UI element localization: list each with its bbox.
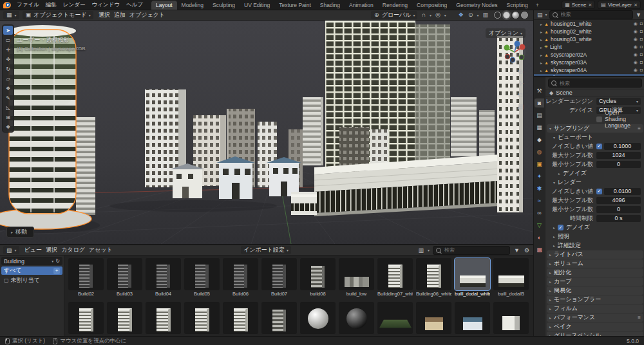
- number-field[interactable]: 4096: [596, 197, 641, 204]
- disclosure-icon[interactable]: ▸: [540, 30, 542, 34]
- box-select-tool[interactable]: ▭: [3, 35, 13, 44]
- asset-item[interactable]: Building06_white: [416, 258, 451, 297]
- workspace-tab[interactable]: Compositing: [412, 1, 451, 10]
- settings-gear-icon[interactable]: ⚙: [524, 247, 530, 254]
- outliner-item[interactable]: ▸✳Light◉◘: [534, 43, 644, 51]
- asset-item[interactable]: Buildding02_white: [68, 302, 104, 338]
- outliner-item[interactable]: ▸▲housing03_white◉◘: [534, 35, 644, 43]
- ortho-toggle-icon[interactable]: ▦: [518, 103, 524, 110]
- asset-item[interactable]: buill_dodal_white: [455, 258, 490, 297]
- scale-tool[interactable]: ▱: [3, 74, 13, 83]
- navigation-gizmo[interactable]: [502, 40, 527, 66]
- options-dropdown[interactable]: オプション ▾: [486, 28, 526, 38]
- menubar-item[interactable]: ファイル: [14, 0, 43, 10]
- material-shading-icon[interactable]: [512, 12, 519, 19]
- asset-menu-item[interactable]: 選択: [44, 246, 59, 254]
- workspace-tab[interactable]: Shading: [316, 1, 345, 10]
- pan-icon[interactable]: ✛: [518, 80, 524, 87]
- checkbox[interactable]: [596, 117, 602, 122]
- blender-logo-icon[interactable]: [3, 2, 11, 8]
- number-field[interactable]: 1024: [596, 152, 641, 159]
- object-properties-tab[interactable]: ▣: [535, 160, 544, 169]
- snap-dropdown-icon[interactable]: ▾: [430, 13, 431, 17]
- workspace-tab[interactable]: UV Editing: [240, 1, 274, 10]
- viewport-menu-item[interactable]: 選択: [97, 11, 112, 19]
- filter-icon[interactable]: ▼: [635, 12, 642, 18]
- panel-header[interactable]: ▾レンダー: [545, 178, 644, 187]
- asset-item[interactable]: housing02_white: [455, 302, 490, 338]
- panel-header[interactable]: ▸ボリューム: [547, 259, 643, 268]
- workspace-tab[interactable]: Rendering: [378, 1, 412, 10]
- panel-menu-icon[interactable]: ≡: [638, 126, 641, 131]
- disclosure-icon[interactable]: ▸: [540, 45, 542, 50]
- world-properties-tab[interactable]: ◍: [535, 147, 544, 156]
- disclosure-icon[interactable]: ▸: [540, 53, 542, 57]
- cursor-tool[interactable]: ✛: [3, 45, 13, 54]
- workspace-tab[interactable]: Texture Paint: [274, 1, 316, 10]
- workspace-tab[interactable]: Sculpting: [208, 1, 240, 10]
- last-operator-panel[interactable]: ▸ 移動: [6, 227, 34, 238]
- disclosure-icon[interactable]: ▸: [540, 68, 542, 73]
- camera-visibility-icon[interactable]: ◘: [640, 21, 643, 26]
- physics-properties-tab[interactable]: ≈: [535, 196, 544, 205]
- workspace-tab[interactable]: Modeling: [177, 1, 209, 10]
- rotate-tool[interactable]: ↻: [3, 64, 13, 73]
- outliner-editor-icon[interactable]: ▤: [536, 12, 544, 18]
- menubar-item[interactable]: 編集: [43, 0, 60, 10]
- number-field[interactable]: 0 s: [596, 215, 641, 222]
- orientation-dropdown[interactable]: ⊕ グローバル ▾: [371, 11, 417, 19]
- panel-header[interactable]: ▸細分化: [547, 268, 643, 277]
- asset-item[interactable]: build_low: [339, 258, 374, 297]
- workspace-tab[interactable]: Layout: [151, 1, 177, 10]
- number-field[interactable]: 0: [596, 161, 641, 168]
- remove-viewlayer-icon[interactable]: ✕: [634, 3, 638, 8]
- move-tool[interactable]: ✜: [3, 55, 13, 64]
- interact-tool[interactable]: ❖: [3, 122, 13, 131]
- asset-item[interactable]: Buildding06_white: [223, 302, 258, 338]
- building-slab-center[interactable]: [303, 97, 323, 165]
- add-workspace-button[interactable]: +: [533, 2, 542, 8]
- asset-menu-item[interactable]: アセット: [87, 246, 115, 254]
- panel-header[interactable]: ▸照明: [545, 232, 644, 241]
- house-1[interactable]: [170, 163, 205, 198]
- checkbox-row[interactable]: Open Shading Language: [596, 109, 641, 129]
- viewport-menu-item[interactable]: 追加: [112, 11, 128, 19]
- eye-icon[interactable]: ◉: [634, 44, 638, 50]
- modifiers-properties-tab[interactable]: ✦: [535, 172, 544, 181]
- eye-icon[interactable]: ◉: [634, 29, 638, 34]
- asset-item[interactable]: Ground01.001: [377, 302, 413, 338]
- camera-visibility-icon[interactable]: ◘: [640, 52, 643, 57]
- viewport-menu-item[interactable]: オブジェクト: [128, 11, 167, 19]
- display-size-icon[interactable]: ▥: [417, 247, 424, 254]
- 3d-scene[interactable]: [0, 21, 533, 244]
- panel-header[interactable]: ▸ベイク: [547, 322, 643, 331]
- panel-header[interactable]: ▸モーションブラー: [547, 295, 643, 304]
- particles-properties-tab[interactable]: ✱: [535, 184, 544, 193]
- asset-item[interactable]: Building05_white: [184, 302, 220, 338]
- eye-icon[interactable]: ◉: [634, 21, 638, 26]
- camera-view-icon[interactable]: ◘: [518, 91, 524, 98]
- menubar-item[interactable]: ヘルプ: [123, 0, 146, 10]
- refresh-icon[interactable]: ↻: [55, 258, 60, 264]
- outliner-item[interactable]: ▸▲housing02_white◉◘: [534, 28, 644, 35]
- panel-header[interactable]: ▸ライトパス: [547, 250, 643, 259]
- editor-type-button[interactable]: ▧ ▾: [3, 246, 19, 254]
- rendered-shading-icon[interactable]: [521, 12, 528, 19]
- overlays-toggle-icon[interactable]: ⊙: [468, 12, 474, 18]
- checkbox[interactable]: ✓: [596, 189, 602, 194]
- asset-item[interactable]: Build03: [107, 258, 142, 297]
- overlays-dropdown-icon[interactable]: ▾: [477, 13, 478, 17]
- outliner-search-input[interactable]: [560, 11, 630, 18]
- add-catalog-button[interactable]: +: [53, 268, 60, 274]
- number-field[interactable]: 0: [596, 206, 641, 213]
- asset-item[interactable]: buill_dodalB: [493, 258, 529, 297]
- transform-tool[interactable]: ❖: [3, 84, 13, 93]
- eye-icon[interactable]: ◉: [634, 52, 638, 57]
- checkbox[interactable]: ✓: [596, 144, 602, 149]
- scene-selector[interactable]: ▦ Scene ✕: [562, 1, 595, 9]
- panel-header[interactable]: ▸詳細設定: [545, 241, 644, 250]
- display-dropdown-icon[interactable]: ▾: [428, 248, 430, 252]
- texture-properties-tab[interactable]: ▩: [535, 245, 544, 254]
- proportional-edit-icon[interactable]: ◎: [435, 12, 441, 18]
- material-properties-tab[interactable]: ◐: [535, 233, 544, 242]
